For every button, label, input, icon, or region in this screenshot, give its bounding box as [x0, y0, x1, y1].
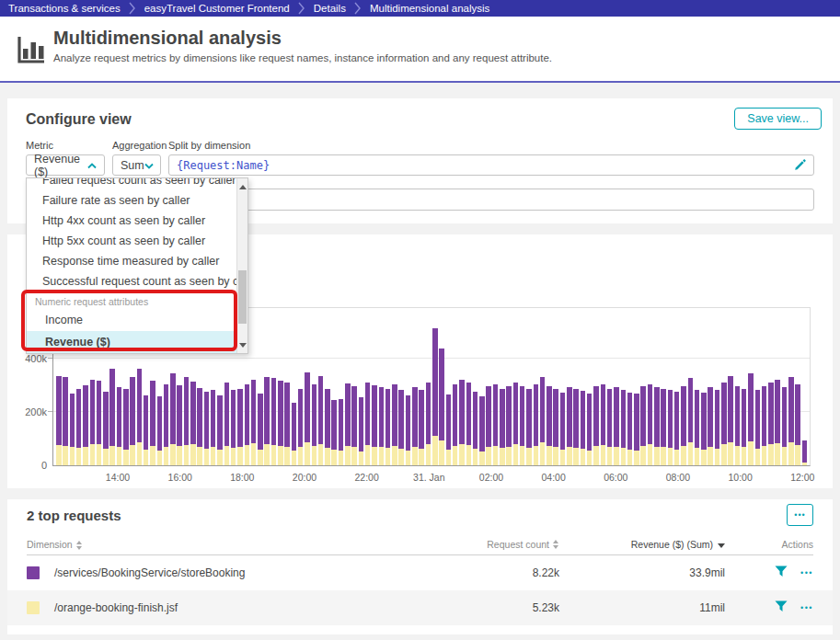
chart-bar[interactable]: [788, 377, 794, 465]
chart-bar[interactable]: [627, 393, 633, 465]
scroll-up-arrow-icon[interactable]: [237, 180, 247, 193]
chart-bar[interactable]: [177, 385, 182, 465]
chart-bar[interactable]: [721, 383, 727, 465]
chart-bar[interactable]: [97, 381, 102, 465]
chart-bar[interactable]: [688, 378, 694, 465]
chart-bar[interactable]: [245, 384, 250, 465]
breadcrumb-item-service[interactable]: easyTravel Customer Frontend: [144, 3, 290, 14]
chart-bar[interactable]: [144, 395, 149, 465]
chart-bar[interactable]: [372, 385, 377, 465]
chart-bar[interactable]: [768, 383, 774, 465]
chart-bar[interactable]: [103, 392, 109, 465]
chart-bar[interactable]: [184, 377, 190, 465]
chart-bar[interactable]: [648, 384, 653, 465]
chart-bar[interactable]: [762, 386, 767, 465]
dropdown-item[interactable]: Successful request count as seen by call…: [27, 271, 236, 291]
chart-bar[interactable]: [553, 389, 558, 465]
chart-bar[interactable]: [426, 383, 432, 465]
chart-bar[interactable]: [150, 381, 155, 465]
column-header-dimension[interactable]: Dimension: [27, 539, 440, 550]
chart-bar[interactable]: [325, 389, 330, 465]
chart-bar[interactable]: [802, 440, 808, 465]
row-actions-ellipsis[interactable]: •••: [800, 568, 813, 577]
split-by-dimension-input[interactable]: {Request:Name}: [168, 154, 814, 176]
chart-bar[interactable]: [520, 386, 525, 465]
chart-bar[interactable]: [412, 387, 418, 465]
table-row[interactable]: /orange-booking-finish.jsf 5.23k 11mil •…: [7, 590, 833, 625]
aggregation-select[interactable]: Sum: [112, 154, 161, 176]
chart-bar[interactable]: [231, 390, 236, 465]
chart-bar[interactable]: [392, 384, 397, 465]
chart-bar[interactable]: [237, 389, 243, 465]
chart-bar[interactable]: [735, 386, 741, 465]
chart-bar[interactable]: [264, 377, 270, 465]
chart-bar[interactable]: [284, 383, 290, 465]
chart-bar[interactable]: [258, 394, 263, 465]
chart-bar[interactable]: [164, 384, 169, 465]
chart-bar[interactable]: [76, 389, 82, 465]
chart-bar[interactable]: [251, 380, 257, 465]
chart-bar[interactable]: [385, 389, 391, 465]
chart-bar[interactable]: [775, 380, 780, 465]
chart-bar[interactable]: [621, 390, 627, 465]
chart-bar[interactable]: [654, 387, 660, 465]
table-row[interactable]: /services/BookingService/storeBooking 8.…: [27, 555, 813, 590]
chart-bar[interactable]: [298, 389, 304, 465]
chart-bar[interactable]: [668, 390, 673, 465]
chart-bar[interactable]: [674, 392, 680, 465]
chart-bar[interactable]: [587, 394, 593, 465]
chart-bar[interactable]: [70, 394, 75, 465]
chart-bar[interactable]: [345, 383, 351, 465]
chart-bar[interactable]: [157, 396, 163, 465]
chart-bar[interactable]: [540, 377, 546, 465]
chart-bar[interactable]: [123, 389, 129, 465]
dropdown-item-income[interactable]: Income: [27, 309, 236, 331]
chart-bar[interactable]: [305, 372, 310, 465]
column-header-revenue[interactable]: Revenue ($) (Sum): [559, 539, 725, 550]
chart-bar[interactable]: [130, 377, 135, 465]
dropdown-item[interactable]: Http 4xx count as seen by caller: [27, 211, 236, 231]
chart-bar[interactable]: [278, 381, 283, 465]
chart-bar[interactable]: [701, 393, 707, 465]
chart-bar[interactable]: [607, 389, 613, 465]
chart-bar[interactable]: [681, 386, 686, 465]
chart-bar[interactable]: [486, 386, 491, 465]
chart-bar[interactable]: [581, 391, 586, 465]
filter-icon[interactable]: [775, 600, 788, 615]
metric-select[interactable]: Revenue ($): [26, 154, 105, 176]
chart-bar[interactable]: [432, 328, 438, 465]
chart-bar[interactable]: [204, 392, 210, 465]
chart-bar[interactable]: [728, 376, 733, 465]
chart-bar[interactable]: [331, 400, 337, 465]
chart-bar[interactable]: [398, 390, 404, 465]
chart-bar[interactable]: [197, 388, 202, 465]
chart-bar[interactable]: [573, 389, 579, 465]
scroll-down-arrow-icon[interactable]: [237, 338, 247, 351]
dropdown-item[interactable]: Http 5xx count as seen by caller: [27, 231, 236, 251]
chart-bar[interactable]: [211, 390, 216, 465]
chart-bar[interactable]: [459, 380, 465, 465]
dropdown-item-revenue-selected[interactable]: Revenue ($): [27, 331, 236, 353]
chart-bar[interactable]: [782, 387, 788, 465]
save-view-button[interactable]: Save view...: [734, 108, 822, 130]
chart-bar[interactable]: [755, 390, 761, 465]
chart-bar[interactable]: [137, 369, 143, 465]
chart-bar[interactable]: [526, 389, 532, 465]
chart-bar[interactable]: [601, 384, 606, 465]
chart-bar[interactable]: [534, 384, 539, 465]
chart-bar[interactable]: [292, 403, 297, 465]
chart-bar[interactable]: [708, 387, 713, 465]
chart-bar[interactable]: [715, 390, 720, 465]
column-header-request-count[interactable]: Request count: [440, 539, 559, 550]
table-more-button[interactable]: •••: [787, 504, 813, 526]
chart-bar[interactable]: [271, 378, 277, 465]
chart-bar[interactable]: [312, 384, 317, 465]
chart-bar[interactable]: [466, 383, 472, 465]
chart-bar[interactable]: [547, 386, 552, 465]
chart-bar[interactable]: [190, 382, 196, 465]
chart-bar[interactable]: [109, 369, 115, 465]
chart-bar[interactable]: [90, 380, 96, 465]
chart-bar[interactable]: [634, 394, 639, 465]
chart-bar[interactable]: [419, 390, 424, 465]
chart-bar[interactable]: [406, 395, 411, 465]
